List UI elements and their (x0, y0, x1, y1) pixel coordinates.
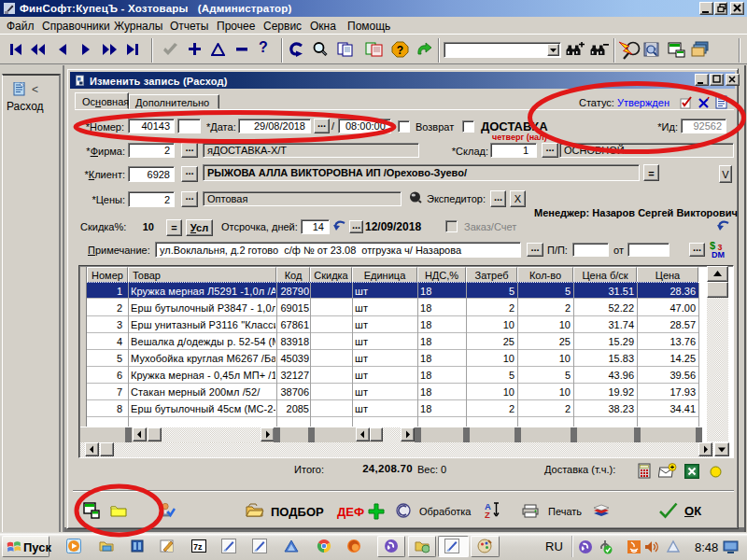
svg-text:Z: Z (485, 510, 490, 519)
svg-text:7z: 7z (193, 542, 203, 552)
svg-text:DM: DM (712, 250, 725, 259)
svg-text:?: ? (397, 44, 403, 57)
